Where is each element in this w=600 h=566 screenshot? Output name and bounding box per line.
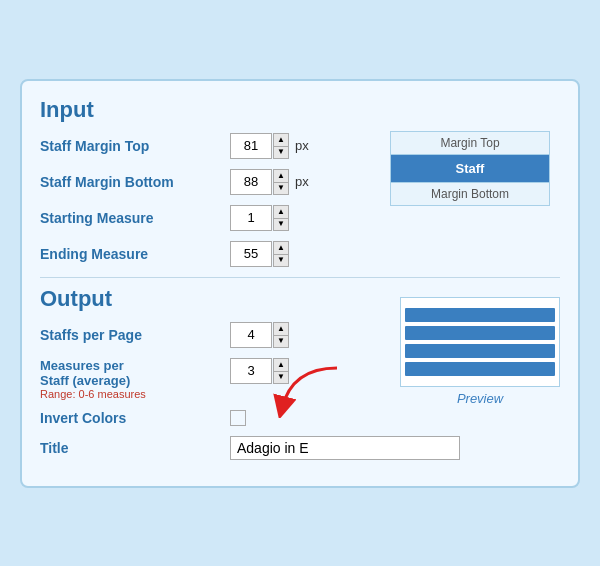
- staff-margin-top-spinner: ▲ ▼: [230, 133, 289, 159]
- title-row: Title: [40, 436, 560, 460]
- preview-staff-line-1: [405, 308, 555, 322]
- staff-margin-bottom-unit: px: [295, 174, 309, 189]
- ending-measure-spinner: ▲ ▼: [230, 241, 289, 267]
- diagram-staff: Staff: [391, 155, 549, 182]
- staff-margin-top-up-btn[interactable]: ▲: [273, 133, 289, 146]
- measures-per-staff-label2: Staff (average): [40, 373, 230, 388]
- measures-per-staff-spinner-btns: ▲ ▼: [273, 358, 289, 384]
- staff-margin-top-unit: px: [295, 138, 309, 153]
- preview-area: Preview: [400, 297, 560, 406]
- main-panel: Input Staff Margin Top ▲ ▼ px Staff Marg…: [20, 79, 580, 488]
- invert-colors-checkbox[interactable]: [230, 410, 246, 426]
- staff-margin-top-label: Staff Margin Top: [40, 138, 230, 154]
- preview-staff-line-4: [405, 362, 555, 376]
- diagram-area: Margin Top Staff Margin Bottom: [390, 131, 560, 206]
- staffs-per-page-spinner-btns: ▲ ▼: [273, 322, 289, 348]
- starting-measure-input[interactable]: [230, 205, 272, 231]
- diagram-margin-bottom: Margin Bottom: [391, 182, 549, 205]
- staffs-per-page-down-btn[interactable]: ▼: [273, 335, 289, 348]
- ending-measure-up-btn[interactable]: ▲: [273, 241, 289, 254]
- ending-measure-label: Ending Measure: [40, 246, 230, 262]
- ending-measure-row: Ending Measure ▲ ▼: [40, 241, 560, 267]
- measures-per-staff-down-btn[interactable]: ▼: [273, 371, 289, 384]
- preview-label: Preview: [400, 391, 560, 406]
- ending-measure-spinner-btns: ▲ ▼: [273, 241, 289, 267]
- measures-per-staff-label-block: Measures per Staff (average) Range: 0-6 …: [40, 358, 230, 400]
- measures-per-staff-range: Range: 0-6 measures: [40, 388, 230, 400]
- staffs-per-page-up-btn[interactable]: ▲: [273, 322, 289, 335]
- starting-measure-up-btn[interactable]: ▲: [273, 205, 289, 218]
- staff-margin-bottom-input[interactable]: [230, 169, 272, 195]
- staff-margin-bottom-up-btn[interactable]: ▲: [273, 169, 289, 182]
- ending-measure-input[interactable]: [230, 241, 272, 267]
- measures-per-staff-spinner: ▲ ▼: [230, 358, 289, 384]
- invert-colors-row: Invert Colors: [40, 410, 560, 426]
- staff-margin-bottom-spinner-btns: ▲ ▼: [273, 169, 289, 195]
- measures-per-staff-input[interactable]: [230, 358, 272, 384]
- staffs-per-page-input[interactable]: [230, 322, 272, 348]
- title-input[interactable]: [230, 436, 460, 460]
- staff-margin-bottom-down-btn[interactable]: ▼: [273, 182, 289, 195]
- starting-measure-spinner-btns: ▲ ▼: [273, 205, 289, 231]
- preview-staff-line-2: [405, 326, 555, 340]
- measures-per-staff-up-btn[interactable]: ▲: [273, 358, 289, 371]
- staff-margin-top-spinner-btns: ▲ ▼: [273, 133, 289, 159]
- section-divider: [40, 277, 560, 278]
- preview-staff-line-3: [405, 344, 555, 358]
- diagram-box: Margin Top Staff Margin Bottom: [390, 131, 550, 206]
- measures-per-staff-label1: Measures per: [40, 358, 230, 373]
- starting-measure-down-btn[interactable]: ▼: [273, 218, 289, 231]
- staff-margin-bottom-label: Staff Margin Bottom: [40, 174, 230, 190]
- ending-measure-down-btn[interactable]: ▼: [273, 254, 289, 267]
- staff-margin-bottom-spinner: ▲ ▼: [230, 169, 289, 195]
- staff-margin-top-down-btn[interactable]: ▼: [273, 146, 289, 159]
- starting-measure-spinner: ▲ ▼: [230, 205, 289, 231]
- starting-measure-row: Starting Measure ▲ ▼: [40, 205, 560, 231]
- staff-margin-top-input[interactable]: [230, 133, 272, 159]
- staffs-per-page-spinner: ▲ ▼: [230, 322, 289, 348]
- diagram-margin-top: Margin Top: [391, 132, 549, 155]
- input-section-title: Input: [40, 97, 560, 123]
- title-label: Title: [40, 440, 230, 456]
- staffs-per-page-label: Staffs per Page: [40, 327, 230, 343]
- starting-measure-label: Starting Measure: [40, 210, 230, 226]
- preview-box: [400, 297, 560, 387]
- invert-colors-label: Invert Colors: [40, 410, 230, 426]
